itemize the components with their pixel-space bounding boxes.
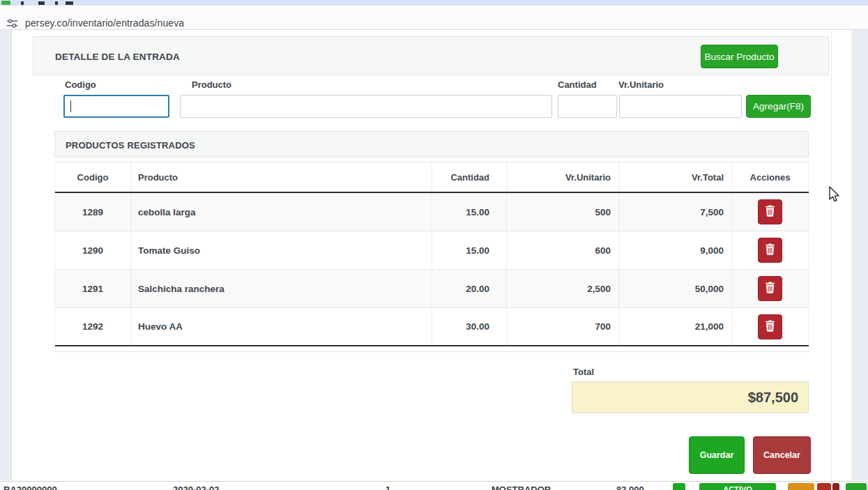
productos-registrados-header: PRODUCTOS REGISTRADOS — [54, 131, 809, 158]
cantidad-input[interactable] — [558, 95, 617, 118]
page-margin-left — [0, 30, 12, 480]
cell-vr-total: 21,000 — [619, 308, 732, 345]
trash-icon — [765, 282, 775, 296]
codigo-input[interactable] — [63, 95, 169, 118]
cell-vr-unitario: 600 — [507, 231, 619, 269]
vr-unitario-input[interactable] — [619, 95, 742, 118]
browser-tab-strip — [0, 0, 868, 6]
tab-text-fragment — [66, 1, 73, 5]
table-row: 1292 Huevo AA 30.00 700 21,000 — [55, 308, 809, 346]
cell-cantidad: 15.00 — [432, 231, 507, 269]
background-delete-button[interactable] — [817, 483, 831, 490]
agregar-button[interactable]: Agregar(F8) — [746, 95, 811, 118]
cell-codigo: 1289 — [55, 193, 131, 231]
cell-vr-unitario: 500 — [507, 193, 619, 231]
trash-icon — [765, 320, 775, 334]
cell-vr-total: 50,000 — [619, 270, 732, 307]
modal-edge-line — [831, 30, 832, 480]
background-button-fragment[interactable] — [832, 483, 839, 490]
col-header-codigo: Codigo — [55, 162, 131, 192]
page-margin-right — [852, 30, 868, 480]
delete-row-button[interactable] — [758, 276, 782, 301]
table-row: 1289 cebolla larga 15.00 500 7,500 — [55, 193, 809, 231]
tab-text-fragment — [55, 1, 58, 5]
cell-codigo: 1291 — [55, 270, 131, 307]
cell-cantidad: 15.00 — [432, 193, 507, 231]
table-header-row: Codigo Producto Cantidad Vr.Unitario Vr.… — [55, 162, 809, 193]
cell-acciones — [732, 193, 809, 231]
cell-producto: cebolla larga — [131, 193, 432, 231]
background-edit-button[interactable] — [788, 483, 814, 490]
cell-cantidad: 20.00 — [432, 270, 507, 307]
col-header-cantidad: Cantidad — [432, 162, 507, 192]
cell-codigo: 1290 — [55, 231, 131, 269]
text-caret — [70, 100, 71, 112]
browser-address-bar[interactable]: persey.co/inventario/entradas/nueva — [0, 6, 868, 30]
delete-row-button[interactable] — [758, 314, 782, 339]
cell-vr-unitario: 700 — [507, 308, 619, 345]
background-row-mini-button[interactable] — [673, 483, 685, 490]
delete-row-button[interactable] — [758, 238, 782, 263]
guardar-button[interactable]: Guardar — [689, 436, 745, 474]
tab-text-fragment — [21, 1, 24, 5]
total-label: Total — [573, 367, 594, 377]
table-row: 1290 Tomate Guiso 15.00 600 9,000 — [55, 231, 809, 270]
cell-vr-total: 7,500 — [619, 193, 732, 231]
codigo-label: Codigo — [65, 79, 96, 90]
cell-acciones — [732, 270, 809, 307]
tab-text-fragment — [38, 1, 45, 5]
cantidad-label: Cantidad — [558, 79, 597, 90]
mouse-cursor — [826, 185, 842, 206]
buscar-producto-button[interactable]: Buscar Producto — [701, 45, 778, 68]
screen: persey.co/inventario/entradas/nueva DETA… — [0, 0, 868, 490]
url-text[interactable]: persey.co/inventario/entradas/nueva — [25, 17, 184, 29]
favicon-fragment — [1, 1, 10, 5]
products-table: Codigo Producto Cantidad Vr.Unitario Vr.… — [54, 162, 809, 346]
cell-acciones — [732, 231, 809, 269]
divider-line — [54, 351, 809, 352]
vr-unitario-label: Vr.Unitario — [618, 79, 664, 90]
producto-input[interactable] — [180, 95, 552, 118]
cell-acciones — [732, 308, 809, 345]
trash-icon — [765, 243, 775, 257]
background-table-row: RA20000000 2020-02-02 1 MOSTRADOR 82,000… — [0, 481, 868, 490]
cell-producto: Tomate Guiso — [131, 231, 432, 269]
cancelar-button[interactable]: Cancelar — [753, 436, 811, 474]
background-row-code: RA20000000 — [3, 484, 57, 490]
cell-producto: Huevo AA — [131, 308, 432, 345]
cell-vr-total: 9,000 — [619, 231, 732, 269]
trash-icon — [765, 205, 775, 219]
cell-cantidad: 30.00 — [432, 308, 507, 345]
entry-detail-title: DETALLE DE LA ENTRADA — [55, 52, 180, 62]
col-header-producto: Producto — [131, 162, 432, 192]
cell-vr-unitario: 2,500 — [507, 270, 619, 307]
productos-registrados-title: PRODUCTOS REGISTRADOS — [66, 140, 195, 151]
cell-producto: Salchicha ranchera — [131, 270, 432, 307]
cell-codigo: 1292 — [55, 308, 131, 345]
status-badge: ACTIVO — [699, 483, 776, 490]
col-header-vr-unitario: Vr.Unitario — [507, 162, 619, 192]
background-row-date: 2020-02-02 — [173, 484, 220, 490]
background-row-quantity: 1 — [386, 484, 390, 490]
background-row-amount: 82,000 — [616, 484, 644, 490]
col-header-vr-total: Vr.Total — [619, 162, 732, 192]
producto-label: Producto — [192, 79, 231, 90]
delete-row-button[interactable] — [758, 199, 782, 224]
background-action-button[interactable] — [846, 483, 867, 490]
background-row-channel: MOSTRADOR — [492, 484, 551, 490]
total-value-box: $87,500 — [572, 381, 809, 413]
table-row: 1291 Salchicha ranchera 20.00 2,500 50,0… — [55, 270, 809, 308]
col-header-acciones: Acciones — [732, 162, 809, 192]
